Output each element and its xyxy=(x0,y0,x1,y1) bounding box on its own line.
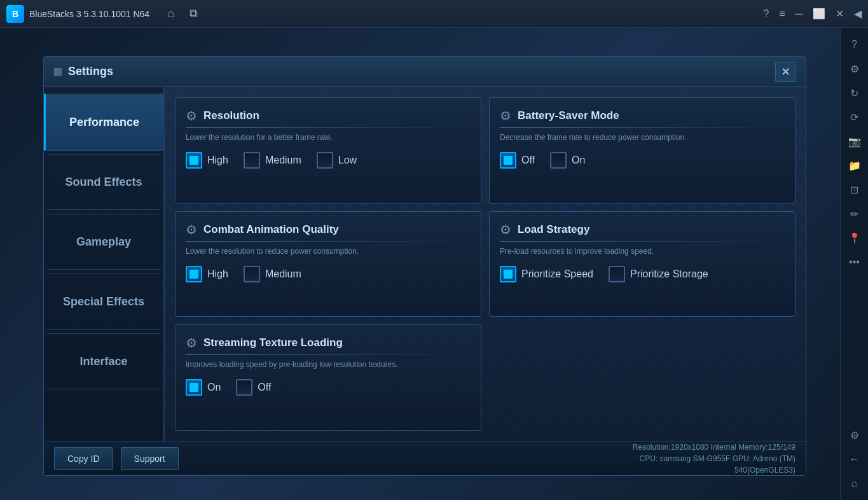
resolution-high-checkbox[interactable] xyxy=(186,152,202,169)
dialog-close-button[interactable]: ✕ xyxy=(775,62,796,82)
battery-on-option[interactable]: On xyxy=(550,152,585,169)
app-title: BlueStacks 3 5.3.10.1001 N64 xyxy=(29,9,149,19)
topbar-icons: ? ≡ ─ ⬜ ✕ ◀ xyxy=(763,8,862,20)
sidebar-camera-icon[interactable]: 📷 xyxy=(844,131,865,151)
combat-animation-options: High Medium xyxy=(186,266,471,282)
nav-item-special-effects[interactable]: Special Effects xyxy=(44,273,163,330)
close-icon[interactable]: ✕ xyxy=(836,8,844,20)
resolution-low-option[interactable]: Low xyxy=(317,152,357,169)
battery-on-checkbox[interactable] xyxy=(550,152,567,169)
prioritize-storage-label: Prioritize Storage xyxy=(630,268,708,280)
sidebar-sync-icon[interactable]: ⟳ xyxy=(844,107,865,127)
resolution-card-header: ⚙ Resolution xyxy=(186,108,471,123)
content-area: ⚙ Resolution Lower the resolution for a … xyxy=(165,87,806,441)
streaming-gear-icon: ⚙ xyxy=(186,335,197,351)
sidebar-folder-icon[interactable]: 📁 xyxy=(844,155,865,176)
prioritize-storage-option[interactable]: Prioritize Storage xyxy=(609,266,708,282)
resolution-high-option[interactable]: High xyxy=(186,152,228,169)
nav-item-interface[interactable]: Interface xyxy=(44,333,163,390)
home-icon[interactable]: ⌂ xyxy=(167,7,174,20)
resolution-high-label: High xyxy=(207,155,228,166)
back-icon[interactable]: ◀ xyxy=(854,8,862,20)
resolution-gear-icon: ⚙ xyxy=(186,108,197,123)
prioritize-speed-option[interactable]: Prioritize Speed xyxy=(500,266,593,282)
streaming-divider xyxy=(186,354,471,355)
battery-off-checkbox[interactable] xyxy=(500,152,516,169)
minimize-icon[interactable]: ─ xyxy=(796,8,803,20)
streaming-texture-desc: Improves loading speed by pre-loading lo… xyxy=(186,360,471,369)
battery-off-option[interactable]: Off xyxy=(500,152,535,169)
combat-divider xyxy=(186,241,471,242)
load-gear-icon: ⚙ xyxy=(500,222,511,237)
streaming-off-option[interactable]: Off xyxy=(236,379,271,396)
streaming-on-label: On xyxy=(207,382,221,393)
streaming-texture-title: Streaming Texture Loading xyxy=(203,337,343,349)
resolution-title: Resolution xyxy=(203,109,259,122)
resolution-desc: Lower the resolution for a better frame … xyxy=(186,133,471,142)
nav-item-gameplay[interactable]: Gameplay xyxy=(44,213,163,270)
battery-saver-title: Battery-Saver Mode xyxy=(518,109,619,122)
prioritize-storage-checkbox[interactable] xyxy=(609,266,625,282)
nav-item-sound-effects[interactable]: Sound Effects xyxy=(44,153,163,211)
combat-medium-label: Medium xyxy=(265,268,301,280)
combat-animation-card: ⚙ Combat Animation Quality Lower the res… xyxy=(175,211,481,317)
resolution-medium-option[interactable]: Medium xyxy=(244,152,301,169)
battery-saver-card: ⚙ Battery-Saver Mode Decrease the frame … xyxy=(489,97,796,204)
sidebar-edit-icon[interactable]: ✏ xyxy=(844,204,865,224)
resolution-card: ⚙ Resolution Lower the resolution for a … xyxy=(175,97,481,204)
dialog-titlebar: Settings ✕ xyxy=(44,57,806,87)
battery-saver-header: ⚙ Battery-Saver Mode xyxy=(500,108,785,123)
battery-saver-options: Off On xyxy=(500,152,785,169)
battery-divider xyxy=(500,127,785,128)
right-sidebar: ? ⚙ ↻ ⟳ 📷 📁 ⊡ ✏ 📍 ••• ⚙ ← ⌂ xyxy=(840,28,868,500)
streaming-on-checkbox[interactable] xyxy=(186,379,202,396)
dialog-title: Settings xyxy=(68,65,113,78)
app-logo: B xyxy=(6,5,24,23)
footer-system-info: Resolution:1920x1080 Internal Memory:125… xyxy=(633,441,796,476)
footer-info-text: Resolution:1920x1080 Internal Memory:125… xyxy=(633,443,796,475)
topbar: B BlueStacks 3 5.3.10.1001 N64 ⌂ ⧉ ? ≡ ─… xyxy=(0,0,868,28)
battery-saver-desc: Decrease the frame rate to reduce power … xyxy=(500,133,785,142)
sidebar-pin-icon[interactable]: 📍 xyxy=(844,228,865,248)
restore-icon[interactable]: ⬜ xyxy=(813,8,825,20)
sidebar-resize-icon[interactable]: ⊡ xyxy=(844,179,865,200)
sidebar-refresh-icon[interactable]: ↻ xyxy=(844,83,865,103)
combat-medium-checkbox[interactable] xyxy=(244,266,260,282)
resolution-low-label: Low xyxy=(338,155,357,166)
prioritize-speed-label: Prioritize Speed xyxy=(521,268,593,280)
streaming-texture-options: On Off xyxy=(186,379,471,396)
streaming-texture-card: ⚙ Streaming Texture Loading Improves loa… xyxy=(175,324,481,431)
streaming-off-checkbox[interactable] xyxy=(236,379,252,396)
dialog-body: Performance Sound Effects Gameplay Speci… xyxy=(44,87,806,441)
combat-medium-option[interactable]: Medium xyxy=(244,266,301,282)
sidebar-home-icon[interactable]: ⌂ xyxy=(844,473,865,494)
combat-high-label: High xyxy=(207,268,228,280)
streaming-texture-header: ⚙ Streaming Texture Loading xyxy=(186,335,471,351)
prioritize-speed-checkbox[interactable] xyxy=(500,266,516,282)
streaming-on-option[interactable]: On xyxy=(186,379,221,396)
copy-id-button[interactable]: Copy ID xyxy=(54,447,113,470)
battery-off-label: Off xyxy=(521,155,535,166)
sidebar-more-icon[interactable]: ••• xyxy=(844,252,865,272)
load-strategy-card: ⚙ Load Strategy Pre-load resources to im… xyxy=(489,211,796,317)
combat-animation-title: Combat Animation Quality xyxy=(203,223,339,236)
topbar-nav: ⌂ ⧉ xyxy=(167,7,198,20)
help-icon[interactable]: ? xyxy=(763,8,769,20)
sidebar-help-icon[interactable]: ? xyxy=(844,34,865,55)
load-divider xyxy=(500,241,785,242)
combat-high-checkbox[interactable] xyxy=(186,266,202,282)
resolution-low-checkbox[interactable] xyxy=(317,152,333,169)
sidebar-settings-icon[interactable]: ⚙ xyxy=(844,59,865,79)
support-button[interactable]: Support xyxy=(121,447,179,470)
nav-item-performance[interactable]: Performance xyxy=(44,94,163,151)
menu-icon[interactable]: ≡ xyxy=(779,8,785,20)
resolution-divider xyxy=(186,127,471,128)
sidebar-gear-icon[interactable]: ⚙ xyxy=(844,425,865,445)
battery-on-label: On xyxy=(572,155,585,166)
resolution-medium-checkbox[interactable] xyxy=(244,152,260,169)
sidebar-arrow-icon[interactable]: ← xyxy=(844,449,865,469)
multi-instance-icon[interactable]: ⧉ xyxy=(189,7,198,20)
dialog-title-icon xyxy=(54,68,62,76)
combat-high-option[interactable]: High xyxy=(186,266,228,282)
battery-gear-icon: ⚙ xyxy=(500,108,511,123)
